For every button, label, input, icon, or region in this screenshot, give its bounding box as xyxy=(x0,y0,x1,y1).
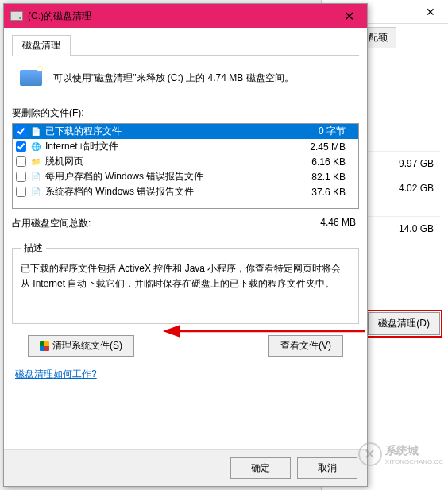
file-size: 2.45 MB xyxy=(299,141,355,152)
file-name: 已下载的程序文件 xyxy=(45,125,296,138)
bg-close-button[interactable]: ✕ xyxy=(412,0,448,24)
dialog-title: (C:)的磁盘清理 xyxy=(28,10,91,23)
file-type-icon: 📄 xyxy=(29,186,42,199)
description-text: 已下载的程序文件包括 ActiveX 控件和 Java 小程序，你查看特定网页时… xyxy=(21,261,350,291)
file-list[interactable]: 📄已下载的程序文件0 字节🌐Internet 临时文件2.45 MB📁脱机网页6… xyxy=(12,123,359,209)
dialog-tab-strip: 磁盘清理 xyxy=(12,34,359,56)
dialog-titlebar: (C:)的磁盘清理 ✕ xyxy=(4,4,367,28)
uac-shield-icon xyxy=(40,341,49,351)
watermark-icon: ✕ xyxy=(358,442,382,466)
watermark: ✕ 系统城 XITONGCHANG.CC xyxy=(358,442,443,466)
file-type-icon: 🌐 xyxy=(29,141,42,153)
files-to-delete-label: 要删除的文件(F): xyxy=(12,100,359,123)
view-files-button[interactable]: 查看文件(V) xyxy=(268,335,343,357)
ok-button[interactable]: 确定 xyxy=(230,457,291,479)
file-checkbox[interactable] xyxy=(16,187,26,197)
file-size: 37.6 KB xyxy=(299,187,355,198)
file-size: 82.1 KB xyxy=(299,172,355,183)
cancel-button[interactable]: 取消 xyxy=(297,457,357,479)
file-name: Internet 临时文件 xyxy=(45,140,296,153)
file-size: 0 字节 xyxy=(299,125,355,138)
info-text: 可以使用"磁盘清理"来释放 (C:) 上的 4.74 MB 磁盘空间。 xyxy=(53,71,294,85)
tab-disk-cleanup[interactable]: 磁盘清理 xyxy=(12,35,71,56)
file-size: 6.16 KB xyxy=(299,156,355,168)
file-name: 每用户存档的 Windows 错误报告文件 xyxy=(45,170,296,183)
file-item[interactable]: 📄每用户存档的 Windows 错误报告文件82.1 KB xyxy=(13,169,358,184)
file-checkbox[interactable] xyxy=(16,126,26,137)
info-row: 可以使用"磁盘清理"来释放 (C:) 上的 4.74 MB 磁盘空间。 xyxy=(12,56,359,100)
dialog-close-button[interactable]: ✕ xyxy=(331,4,367,28)
description-title: 描述 xyxy=(21,241,46,255)
how-does-cleanup-work-link[interactable]: 磁盘清理如何工作? xyxy=(12,360,97,381)
file-checkbox[interactable] xyxy=(16,172,26,182)
file-item[interactable]: 🌐Internet 临时文件2.45 MB xyxy=(13,139,358,154)
disk-cleanup-button[interactable]: 磁盘清理(D) xyxy=(368,312,440,335)
file-checkbox[interactable] xyxy=(16,156,26,167)
drive-icon xyxy=(10,11,23,21)
total-label: 占用磁盘空间总数: xyxy=(12,217,91,230)
cleanup-icon xyxy=(18,65,44,91)
clean-system-files-label: 清理系统文件(S) xyxy=(52,339,122,353)
total-value: 4.46 MB xyxy=(320,217,356,230)
watermark-text: 系统城 xyxy=(385,444,443,458)
watermark-sub: XITONGCHANG.CC xyxy=(385,458,443,465)
file-name: 系统存档的 Windows 错误报告文件 xyxy=(45,185,296,199)
file-type-icon: 📄 xyxy=(29,125,42,138)
file-type-icon: 📁 xyxy=(29,156,42,168)
file-name: 脱机网页 xyxy=(45,155,296,168)
file-item[interactable]: 📁脱机网页6.16 KB xyxy=(13,154,358,169)
file-item[interactable]: 📄已下载的程序文件0 字节 xyxy=(13,124,358,139)
clean-system-files-button[interactable]: 清理系统文件(S) xyxy=(28,335,134,357)
description-group: 描述 已下载的程序文件包括 ActiveX 控件和 Java 小程序，你查看特定… xyxy=(12,241,359,324)
disk-cleanup-dialog: (C:)的磁盘清理 ✕ 磁盘清理 可以使用"磁盘清理"来释放 (C:) 上的 4… xyxy=(3,3,368,487)
file-checkbox[interactable] xyxy=(16,141,26,152)
dialog-footer: 确定 取消 xyxy=(4,449,367,486)
file-type-icon: 📄 xyxy=(29,171,42,183)
file-item[interactable]: 📄系统存档的 Windows 错误报告文件37.6 KB xyxy=(13,184,358,199)
total-row: 占用磁盘空间总数: 4.46 MB xyxy=(12,209,359,238)
